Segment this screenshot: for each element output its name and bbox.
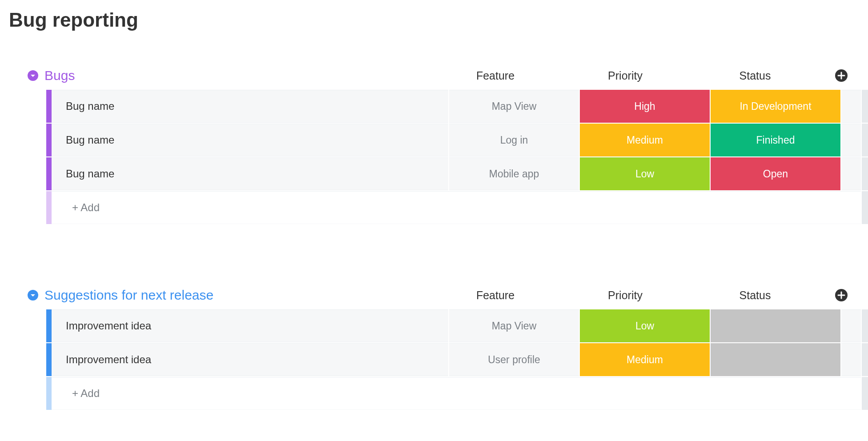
column-header-priority[interactable]: Priority — [560, 289, 690, 302]
row-tail — [862, 90, 868, 123]
row-accent-bar — [46, 157, 52, 190]
row-tail — [862, 124, 868, 156]
cell-feature[interactable]: Mobile app — [449, 157, 579, 190]
row-trailing-cell — [841, 157, 861, 190]
add-row-button[interactable]: + Add — [46, 191, 868, 224]
cell-feature[interactable]: Map View — [449, 309, 579, 342]
row-accent-bar-faded — [46, 377, 52, 410]
collapse-toggle-icon[interactable] — [28, 290, 38, 301]
cell-priority[interactable]: High — [580, 90, 710, 123]
group-header: Suggestions for next release Feature Pri… — [28, 286, 868, 304]
row-tail — [862, 309, 868, 342]
add-column-button[interactable] — [833, 287, 849, 303]
row-trailing-cell — [841, 90, 861, 123]
group-suggestions: Suggestions for next release Feature Pri… — [0, 286, 868, 410]
cell-priority[interactable]: Low — [580, 157, 710, 190]
cell-priority[interactable]: Medium — [580, 124, 710, 156]
cell-status[interactable]: Finished — [711, 124, 840, 156]
group-title[interactable]: Suggestions for next release — [44, 288, 213, 303]
rows-container: Improvement idea Map View Low Improvemen… — [28, 309, 868, 410]
row-trailing-cell — [841, 309, 861, 342]
add-row-label: + Add — [52, 191, 861, 224]
cell-status[interactable]: Open — [711, 157, 840, 190]
row-name-cell[interactable]: Bug name — [52, 124, 448, 156]
row-tail — [862, 343, 868, 376]
group-header: Bugs Feature Priority Status — [28, 67, 868, 84]
rows-container: Bug name Map View High In Development Bu… — [28, 90, 868, 224]
row-accent-bar — [46, 309, 52, 342]
row-accent-bar-faded — [46, 191, 52, 224]
add-row-button[interactable]: + Add — [46, 377, 868, 410]
column-header-status[interactable]: Status — [690, 289, 820, 302]
cell-priority[interactable]: Low — [580, 309, 710, 342]
row-accent-bar — [46, 124, 52, 156]
table-row[interactable]: Bug name Map View High In Development — [46, 90, 868, 123]
add-row-label: + Add — [52, 377, 861, 410]
row-name-cell[interactable]: Improvement idea — [52, 343, 448, 376]
column-header-priority[interactable]: Priority — [560, 69, 690, 82]
column-headers: Feature Priority Status — [430, 287, 868, 303]
group-bugs: Bugs Feature Priority Status Bug name Ma… — [0, 67, 868, 224]
row-name-cell[interactable]: Improvement idea — [52, 309, 448, 342]
row-accent-bar — [46, 90, 52, 123]
cell-status[interactable] — [711, 343, 840, 376]
column-headers: Feature Priority Status — [430, 68, 868, 84]
group-title[interactable]: Bugs — [44, 68, 75, 83]
column-header-feature[interactable]: Feature — [430, 289, 560, 302]
row-accent-bar — [46, 343, 52, 376]
row-trailing-cell — [841, 343, 861, 376]
table-row[interactable]: Bug name Log in Medium Finished — [46, 124, 868, 156]
row-name-cell[interactable]: Bug name — [52, 90, 448, 123]
page-root: Bug reporting Bugs Feature Priority Stat… — [0, 9, 868, 441]
cell-feature[interactable]: User profile — [449, 343, 579, 376]
column-header-feature[interactable]: Feature — [430, 69, 560, 82]
cell-priority[interactable]: Medium — [580, 343, 710, 376]
cell-feature[interactable]: Map View — [449, 90, 579, 123]
row-name-cell[interactable]: Bug name — [52, 157, 448, 190]
collapse-toggle-icon[interactable] — [28, 70, 38, 81]
add-column-button[interactable] — [833, 68, 849, 84]
column-header-status[interactable]: Status — [690, 69, 820, 82]
table-row[interactable]: Improvement idea Map View Low — [46, 309, 868, 342]
table-row[interactable]: Bug name Mobile app Low Open — [46, 157, 868, 190]
row-tail — [862, 157, 868, 190]
table-row[interactable]: Improvement idea User profile Medium — [46, 343, 868, 376]
page-title: Bug reporting — [0, 9, 868, 31]
row-trailing-cell — [841, 124, 861, 156]
row-tail — [862, 191, 868, 224]
cell-status[interactable]: In Development — [711, 90, 840, 123]
row-tail — [862, 377, 868, 410]
cell-feature[interactable]: Log in — [449, 124, 579, 156]
cell-status[interactable] — [711, 309, 840, 342]
